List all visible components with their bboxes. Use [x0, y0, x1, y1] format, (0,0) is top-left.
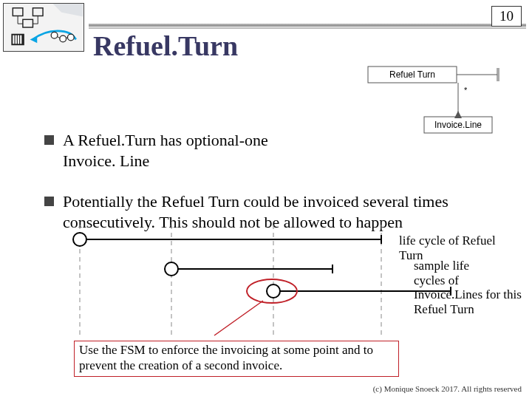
svg-point-16: [67, 34, 74, 41]
bullet-1-text: A Refuel.Turn has optional-one Invoice. …: [63, 130, 284, 171]
lifecycle-diagram: life cycle of Refuel Turn sample life cy…: [37, 225, 510, 350]
copyright-footer: (c) Monique Snoeck 2017. All rights rese…: [373, 384, 522, 393]
svg-marker-25: [454, 111, 462, 118]
svg-rect-3: [23, 19, 33, 27]
svg-rect-10: [16, 35, 17, 44]
svg-rect-12: [20, 35, 21, 44]
logo-thumbnail: [3, 3, 84, 52]
svg-line-41: [214, 301, 263, 335]
caption-invoice-lines: sample life cycles of Invoice.Lines for …: [414, 259, 532, 316]
header-rule: [89, 24, 526, 27]
slide-header: 10 Refuel.Turn: [0, 0, 532, 59]
class-invoice-label: Invoice.Line: [434, 120, 482, 130]
header-rule-shadow: [89, 27, 526, 29]
svg-point-36: [165, 262, 178, 276]
svg-marker-13: [30, 36, 38, 44]
slide-number-box: 10: [491, 6, 522, 27]
tip-callout-box: Use the FSM to enforce the invoicing at …: [74, 341, 399, 377]
svg-point-15: [60, 35, 66, 42]
svg-rect-1: [13, 8, 23, 16]
svg-point-39: [267, 284, 280, 298]
slide-title: Refuel.Turn: [93, 30, 238, 62]
svg-marker-0: [53, 4, 83, 16]
class-refuel-label: Refuel Turn: [389, 69, 435, 80]
svg-point-14: [51, 32, 58, 38]
bullet-square-icon: [44, 135, 54, 145]
svg-text:*: *: [464, 86, 468, 95]
class-diagram: Refuel Turn Invoice.Line *: [353, 65, 516, 154]
svg-rect-11: [18, 35, 19, 44]
svg-rect-9: [13, 35, 14, 44]
svg-rect-2: [33, 8, 43, 16]
svg-point-33: [73, 233, 86, 246]
bullet-square-icon: [44, 197, 54, 206]
